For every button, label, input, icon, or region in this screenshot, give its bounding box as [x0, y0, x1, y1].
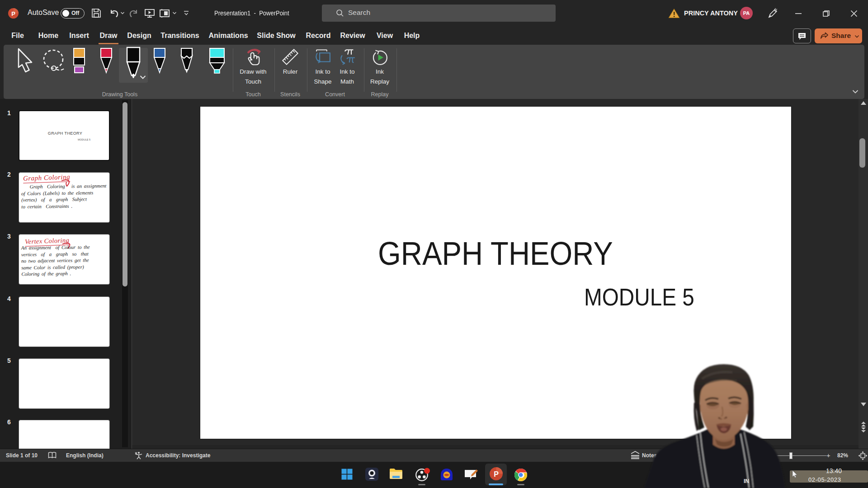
svg-text:P: P [11, 10, 15, 17]
svg-text:P: P [494, 470, 499, 478]
